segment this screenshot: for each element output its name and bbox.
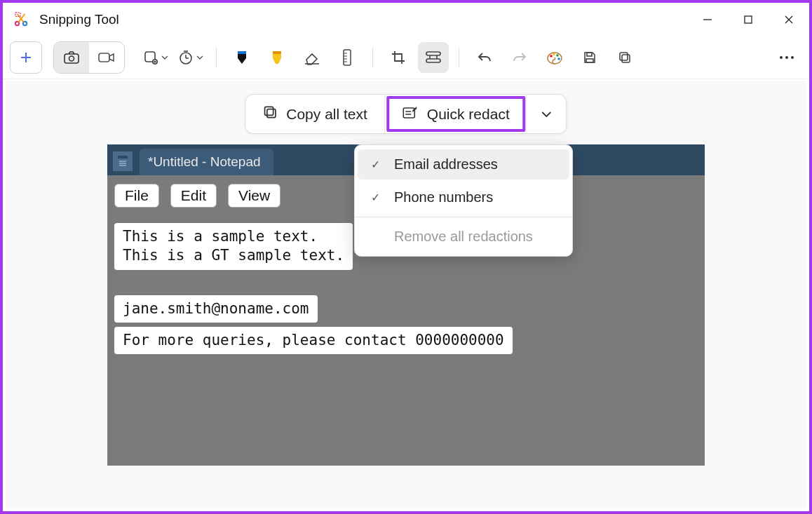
eraser-tool-button[interactable] bbox=[297, 42, 327, 73]
svg-rect-21 bbox=[273, 51, 281, 54]
highlighter-tool-button[interactable] bbox=[262, 42, 292, 73]
svg-point-41 bbox=[780, 56, 783, 59]
quick-redact-menu: ✓ Email addresses ✓ Phone numbers Remove… bbox=[354, 144, 573, 257]
ruler-tool-button[interactable] bbox=[332, 42, 363, 73]
redact-phones-label: Phone numbers bbox=[394, 189, 493, 205]
window-title: Snipping Tool bbox=[39, 12, 119, 27]
svg-rect-50 bbox=[118, 156, 128, 158]
maximize-button[interactable] bbox=[728, 3, 769, 36]
menu-separator bbox=[355, 217, 572, 217]
svg-point-36 bbox=[557, 58, 560, 60]
save-button[interactable] bbox=[574, 42, 605, 73]
remove-redactions-item[interactable]: Remove all redactions bbox=[355, 220, 572, 253]
quick-redact-button[interactable]: Quick redact bbox=[385, 95, 527, 133]
titlebar: Snipping Tool bbox=[3, 3, 809, 36]
notepad-tab: *Untitled - Notepad bbox=[140, 149, 273, 175]
notepad-icon bbox=[113, 151, 133, 171]
redact-icon bbox=[402, 104, 419, 123]
svg-rect-23 bbox=[344, 50, 351, 65]
photo-mode-button[interactable] bbox=[54, 42, 89, 73]
copy-all-text-label: Copy all text bbox=[286, 106, 367, 123]
check-icon: ✓ bbox=[369, 158, 381, 171]
svg-rect-29 bbox=[426, 59, 440, 62]
notepad-text-block-1: This is a sample text. This is a GT samp… bbox=[114, 223, 353, 270]
svg-rect-28 bbox=[426, 52, 440, 55]
paint-button[interactable] bbox=[539, 42, 570, 73]
svg-point-43 bbox=[791, 56, 794, 59]
new-snip-button[interactable] bbox=[10, 41, 42, 74]
svg-rect-46 bbox=[403, 108, 414, 118]
notepad-text-block-2: jane.smith@noname.com bbox=[114, 295, 318, 323]
more-button[interactable] bbox=[771, 42, 802, 73]
close-button[interactable] bbox=[769, 3, 809, 36]
redact-emails-item[interactable]: ✓ Email addresses bbox=[358, 149, 569, 180]
text-actions-bar: Copy all text Quick redact bbox=[245, 94, 567, 134]
svg-point-42 bbox=[785, 56, 788, 59]
copy-icon bbox=[262, 104, 278, 123]
copy-button[interactable] bbox=[609, 42, 640, 73]
pen-tool-button[interactable] bbox=[226, 42, 257, 73]
svg-rect-4 bbox=[745, 16, 752, 23]
snipping-tool-icon bbox=[13, 11, 29, 28]
svg-rect-20 bbox=[238, 51, 246, 54]
redact-emails-label: Email addresses bbox=[394, 156, 498, 173]
video-mode-button[interactable] bbox=[89, 42, 124, 73]
svg-point-35 bbox=[556, 54, 559, 57]
remove-redactions-label: Remove all redactions bbox=[394, 229, 533, 245]
undo-button[interactable] bbox=[469, 42, 500, 73]
svg-rect-45 bbox=[265, 107, 273, 115]
text-actions-button[interactable] bbox=[418, 42, 449, 73]
svg-rect-44 bbox=[267, 109, 276, 118]
delay-dropdown[interactable] bbox=[175, 42, 206, 73]
quick-redact-dropdown[interactable] bbox=[527, 95, 567, 133]
svg-rect-37 bbox=[587, 53, 592, 56]
redo-button[interactable] bbox=[504, 42, 535, 73]
svg-rect-38 bbox=[586, 59, 593, 62]
svg-rect-39 bbox=[622, 55, 630, 62]
minimize-button[interactable] bbox=[687, 3, 728, 36]
svg-point-33 bbox=[550, 55, 553, 58]
redact-phones-item[interactable]: ✓ Phone numbers bbox=[355, 181, 572, 214]
app-window: Snipping Tool bbox=[0, 0, 812, 514]
notepad-text-block-3: For more queries, please contact 0000000… bbox=[114, 327, 513, 354]
notepad-view-menu: View bbox=[228, 184, 280, 208]
toolbar bbox=[3, 36, 809, 79]
crop-tool-button[interactable] bbox=[383, 42, 414, 73]
svg-point-10 bbox=[69, 56, 74, 61]
quick-redact-label: Quick redact bbox=[427, 106, 510, 123]
svg-point-34 bbox=[553, 53, 555, 56]
svg-rect-11 bbox=[99, 53, 109, 62]
capture-mode-group bbox=[53, 41, 125, 74]
snip-shape-dropdown[interactable] bbox=[140, 42, 171, 73]
svg-rect-9 bbox=[65, 54, 79, 63]
svg-rect-40 bbox=[620, 53, 628, 60]
check-icon: ✓ bbox=[369, 191, 381, 204]
canvas-area: Copy all text Quick redact ✓ Email addre… bbox=[6, 81, 806, 508]
notepad-file-menu: File bbox=[114, 184, 159, 208]
copy-all-text-button[interactable]: Copy all text bbox=[245, 95, 385, 133]
notepad-edit-menu: Edit bbox=[170, 184, 217, 208]
